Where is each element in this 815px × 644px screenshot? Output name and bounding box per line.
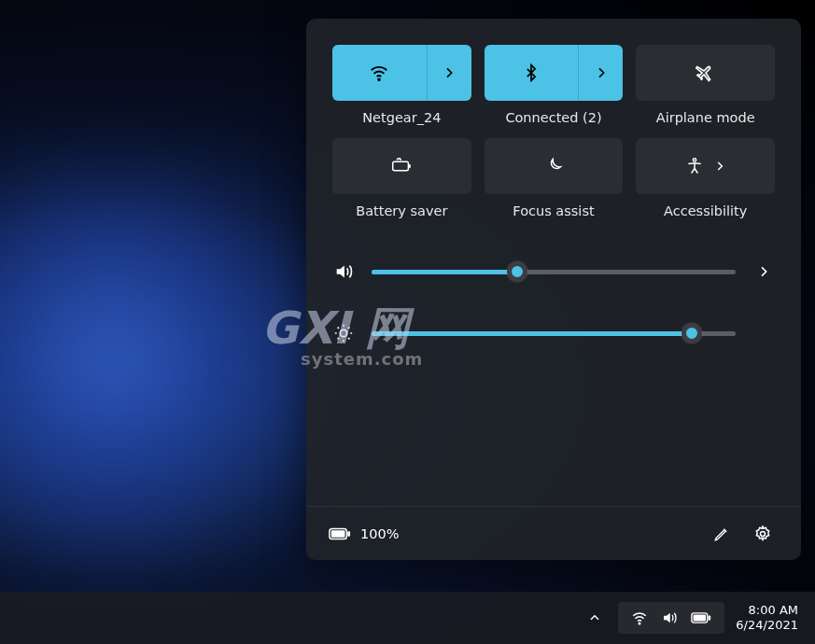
svg-point-4	[340, 329, 346, 336]
svg-point-8	[761, 531, 766, 536]
moon-icon	[544, 157, 563, 175]
wifi-icon	[631, 609, 648, 626]
taskbar-clock[interactable]: 8:00 AM 6/24/2021	[736, 603, 798, 634]
tile-group-airplane: Airplane mode	[636, 45, 775, 125]
svg-point-9	[639, 623, 641, 624]
system-tray[interactable]	[618, 602, 724, 634]
tile-group-battery-saver: Battery saver	[332, 138, 471, 218]
edit-button[interactable]	[706, 518, 738, 550]
volume-row	[332, 261, 775, 282]
tile-group-accessibility: Accessibility	[636, 138, 775, 218]
tiles-grid: Netgear_24 Connected (2) Airplane mode	[332, 45, 775, 218]
bluetooth-tile[interactable]	[485, 45, 624, 101]
airplane-tile[interactable]	[636, 45, 775, 101]
svg-rect-2	[409, 164, 411, 168]
accessibility-label: Accessibility	[664, 203, 747, 218]
taskbar-date: 6/24/2021	[736, 618, 798, 633]
brightness-slider[interactable]	[372, 331, 736, 336]
settings-button[interactable]	[747, 518, 779, 550]
battery-icon	[691, 611, 711, 624]
tile-group-wifi: Netgear_24	[332, 45, 471, 125]
tray-overflow-button[interactable]	[583, 606, 607, 630]
wifi-icon	[369, 63, 389, 83]
focus-assist-label: Focus assist	[513, 203, 594, 218]
svg-point-0	[378, 78, 380, 80]
gear-icon	[753, 525, 772, 543]
volume-slider[interactable]	[372, 270, 736, 274]
svg-rect-7	[347, 531, 350, 537]
bluetooth-expand-button[interactable]	[578, 45, 623, 101]
wifi-toggle[interactable]	[332, 45, 427, 101]
brightness-icon	[333, 323, 354, 343]
volume-expand-button[interactable]	[752, 264, 775, 279]
accessibility-icon	[685, 157, 704, 175]
volume-slider-thumb[interactable]	[507, 261, 527, 282]
battery-icon	[329, 526, 351, 541]
chevron-right-icon	[713, 160, 726, 173]
airplane-icon	[696, 63, 716, 83]
chevron-right-icon	[756, 264, 771, 279]
taskbar: 8:00 AM 6/24/2021	[0, 592, 815, 644]
chevron-right-icon	[442, 65, 457, 80]
bluetooth-toggle[interactable]	[485, 45, 579, 101]
svg-rect-12	[709, 615, 711, 620]
battery-percentage: 100%	[360, 526, 399, 541]
svg-rect-1	[393, 161, 409, 170]
volume-icon	[333, 261, 354, 282]
quick-settings-panel: Netgear_24 Connected (2) Airplane mode	[306, 19, 801, 560]
taskbar-time: 8:00 AM	[736, 603, 798, 618]
svg-rect-11	[694, 615, 707, 622]
wifi-tile[interactable]	[332, 45, 471, 101]
accessibility-tile[interactable]	[636, 138, 775, 194]
bluetooth-icon	[522, 63, 541, 82]
battery-saver-icon	[389, 156, 414, 176]
wifi-label: Netgear_24	[362, 110, 441, 125]
sliders-section	[332, 261, 775, 343]
battery-saver-tile[interactable]	[332, 138, 471, 194]
brightness-row	[332, 323, 775, 343]
panel-footer: 100%	[306, 506, 801, 560]
focus-assist-tile[interactable]	[485, 138, 624, 194]
svg-point-3	[693, 159, 696, 161]
svg-rect-6	[331, 530, 345, 537]
bluetooth-label: Connected (2)	[505, 110, 601, 125]
wifi-expand-button[interactable]	[427, 45, 471, 101]
airplane-label: Airplane mode	[656, 110, 755, 125]
brightness-slider-thumb[interactable]	[682, 323, 702, 343]
chevron-up-icon	[588, 611, 601, 624]
pencil-icon	[713, 525, 730, 542]
volume-icon	[661, 609, 678, 626]
chevron-right-icon	[594, 65, 609, 80]
accessibility-expand-button[interactable]	[713, 160, 726, 173]
battery-saver-label: Battery saver	[356, 203, 447, 218]
tile-group-bluetooth: Connected (2)	[485, 45, 624, 125]
tile-group-focus-assist: Focus assist	[485, 138, 624, 218]
